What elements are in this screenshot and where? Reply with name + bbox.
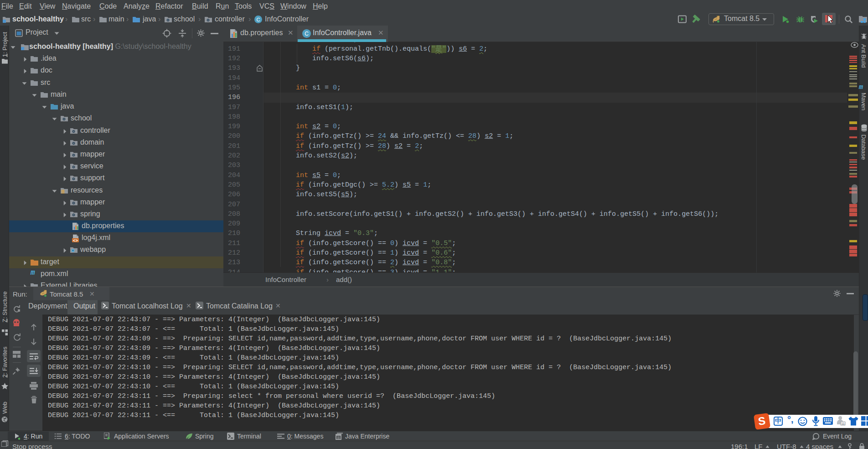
svg-text:<>: <> — [73, 239, 78, 243]
svg-text:11: 11 — [841, 422, 845, 425]
svg-text:C: C — [305, 31, 309, 37]
svg-text:C: C — [257, 17, 260, 22]
